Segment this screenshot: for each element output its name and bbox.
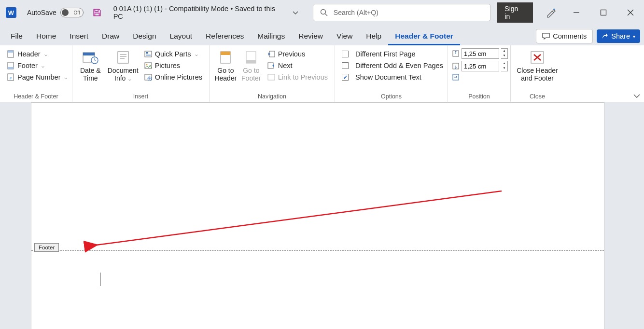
position-top-value[interactable] [462,48,499,59]
previous-icon [267,50,275,58]
svg-line-39 [96,191,502,245]
save-button[interactable] [92,8,102,17]
footer-separator [31,250,604,251]
goto-footer-icon [242,50,260,65]
tab-insert[interactable]: Insert [63,28,95,45]
ribbon-group-label: Header & Footer [0,93,72,102]
tab-references[interactable]: References [199,28,251,45]
tab-help[interactable]: Help [359,28,388,45]
comment-icon [542,33,550,40]
next-icon [267,62,275,69]
footer-from-bottom-input[interactable]: ▲▼ [452,61,508,71]
svg-rect-19 [145,51,152,57]
pictures-icon [144,62,152,69]
voice-pen-icon[interactable] [546,7,556,18]
tab-review[interactable]: Review [292,28,330,45]
ribbon-group-label: Close [511,93,564,102]
comments-button[interactable]: Comments [536,29,593,43]
quick-parts-icon [144,50,152,58]
document-info-button[interactable]: Document Info ⌵ [107,48,140,84]
footer-dropdown[interactable]: Footer⌵ [4,60,70,71]
svg-line-1 [325,14,327,16]
share-icon [602,33,608,40]
goto-header-icon [217,50,234,65]
autosave-control[interactable]: AutoSave Off [27,8,84,17]
page-number-dropdown[interactable]: # Page Number⌵ [4,71,70,83]
quick-parts-button[interactable]: Quick Parts⌵ [141,48,205,60]
svg-rect-32 [268,74,275,80]
ribbon-group-label: Navigation [210,93,335,102]
alignment-tab-icon [452,73,460,81]
sign-in-button[interactable]: Sign in [497,2,533,23]
tab-design[interactable]: Design [126,28,163,45]
svg-text:#: # [10,76,12,81]
header-icon [7,50,14,58]
show-document-text-checkbox[interactable]: Show Document Text [339,71,446,83]
position-bottom-icon [452,62,460,70]
header-from-top-input[interactable]: ▲▼ [452,48,508,59]
close-header-footer-button[interactable]: Close Header and Footer [515,48,560,84]
maximize-button[interactable] [600,9,607,16]
autosave-label: AutoSave [27,9,56,16]
ribbon: Header⌵ Footer⌵ # Page Number⌵ Header & … [0,45,644,102]
next-button[interactable]: Next [265,60,331,71]
document-canvas: Footer [0,102,644,329]
tab-layout[interactable]: Layout [163,28,199,45]
spinner-icon[interactable]: ▲▼ [501,61,508,71]
date-time-button[interactable]: Date & Time [76,48,105,84]
minimize-button[interactable] [573,9,580,16]
search-placeholder: Search (Alt+Q) [334,9,378,16]
page-number-icon: # [7,73,14,81]
online-pictures-button[interactable]: Online Pictures [141,71,205,83]
save-icon [93,8,101,17]
tab-view[interactable]: View [330,28,359,45]
tab-file[interactable]: File [4,28,29,45]
tab-mailings[interactable]: Mailings [251,28,292,45]
ribbon-group-navigation: Go to Header Go to Footer Previous Next [210,45,335,102]
title-dropdown-icon[interactable] [293,9,298,16]
autosave-toggle[interactable]: Off [60,8,84,17]
header-dropdown[interactable]: Header⌵ [4,48,70,60]
ribbon-group-header-footer: Header⌵ Footer⌵ # Page Number⌵ Header & … [0,45,72,102]
svg-point-0 [321,10,325,14]
different-odd-even-checkbox[interactable]: Different Odd & Even Pages [339,60,446,71]
svg-rect-29 [246,60,256,63]
word-logo-icon: W [6,7,16,18]
previous-button[interactable]: Previous [265,48,331,60]
position-bottom-value[interactable] [462,61,499,71]
menu-tabs: File Home Insert Draw Design Layout Refe… [0,25,644,45]
title-bar: W AutoSave Off 0 01A (1) (1) (1) - Compa… [0,0,644,25]
checkbox-icon [342,62,349,69]
spinner-icon[interactable]: ▲▼ [501,48,508,59]
calendar-clock-icon [82,50,99,65]
svg-rect-7 [8,51,14,53]
tab-draw[interactable]: Draw [95,28,126,45]
ribbon-group-position: ▲▼ ▲▼ Position [448,45,511,102]
different-first-page-checkbox[interactable]: Different First Page [339,48,446,60]
annotation-arrow-icon [62,187,506,255]
ribbon-collapse-icon[interactable] [633,94,640,100]
link-previous-icon [267,73,275,81]
ribbon-group-label: Insert [72,93,209,102]
tab-header-footer[interactable]: Header & Footer [388,28,460,45]
document-info-icon [114,50,132,65]
document-page[interactable]: Footer [31,102,604,329]
share-button[interactable]: Share ▾ [597,29,640,43]
search-input[interactable]: Search (Alt+Q) [313,4,491,21]
goto-header-button[interactable]: Go to Header [213,48,238,84]
ribbon-group-insert: Date & Time Document Info ⌵ Quick Parts⌵… [72,45,210,102]
close-x-icon [529,50,546,65]
svg-rect-15 [118,52,128,63]
ribbon-group-label: Position [448,93,510,102]
tab-home[interactable]: Home [29,28,63,45]
insert-alignment-tab-button[interactable] [452,73,508,81]
ribbon-group-options: Different First Page Different Odd & Eve… [335,45,448,102]
svg-rect-13 [83,53,95,55]
window-controls [573,9,634,16]
close-button[interactable] [627,9,634,16]
pictures-button[interactable]: Pictures [141,60,205,71]
footer-icon [7,62,14,69]
position-top-icon [452,50,460,57]
svg-rect-21 [146,55,151,56]
text-cursor [100,273,100,286]
